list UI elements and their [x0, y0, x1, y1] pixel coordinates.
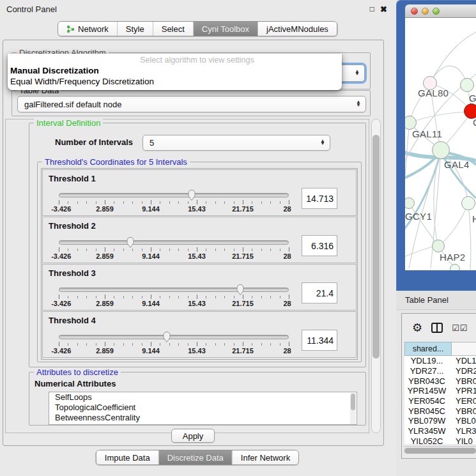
- axis-tick-label: 9.144: [142, 252, 160, 260]
- threshold-3-value-field[interactable]: 21.4: [302, 282, 337, 303]
- graph-node[interactable]: [432, 240, 445, 252]
- axis-tick-label: 21.715: [232, 252, 254, 260]
- threshold-4-slider[interactable]: [59, 335, 289, 339]
- table-row[interactable]: YER054CYER0: [404, 396, 476, 406]
- close-traffic-light[interactable]: [411, 8, 418, 15]
- tab-label: Style: [126, 24, 144, 34]
- minimize-traffic-light[interactable]: [422, 8, 429, 15]
- split-panel-icon[interactable]: [431, 323, 443, 333]
- slider-ticks: [59, 295, 289, 300]
- combo-value: galFiltered.sif default node: [24, 100, 121, 109]
- table-horizontal-scrollbar[interactable]: [403, 446, 476, 454]
- tab-label: Cyni Toolbox: [202, 24, 249, 34]
- algorithm-dropdown-popup: Select algorithm to view settings Manual…: [8, 54, 342, 90]
- axis-tick-label: 28: [283, 252, 291, 260]
- table-header-row: shared... na: [402, 342, 476, 356]
- tab-discretize-data[interactable]: Discretize Data: [159, 450, 233, 464]
- column-header-shared-name[interactable]: shared...: [404, 342, 452, 356]
- network-window-titlebar[interactable]: [405, 4, 476, 18]
- apply-button[interactable]: Apply: [171, 429, 215, 443]
- scrollbar-thumb[interactable]: [372, 135, 380, 358]
- num-intervals-label: Number of Intervals: [55, 137, 133, 147]
- list-item[interactable]: BetweennessCentrality: [49, 413, 357, 423]
- table-row[interactable]: YBL079WYBL0: [404, 416, 476, 426]
- graph-node[interactable]: [450, 264, 460, 270]
- slider-axis-labels: -3.4262.8599.14415.4321.71528: [59, 205, 289, 213]
- slider-ticks: [59, 200, 289, 205]
- threshold-stack: Threshold 1 -3.4262.8599.14415.4321.7152…: [41, 168, 358, 360]
- tab-select[interactable]: Select: [153, 22, 194, 36]
- network-window-frame: GAL80GACGAL11GAL4GCY1HHAP2: [396, 0, 476, 291]
- threshold-1-slider[interactable]: [59, 193, 289, 197]
- checkbox-icons[interactable]: ☑☑: [452, 323, 468, 333]
- threshold-2-value-field[interactable]: 6.316: [302, 235, 337, 256]
- axis-tick-label: 15.43: [188, 300, 206, 307]
- combo-stepper-icon: ▲▼: [356, 101, 361, 107]
- close-panel-icon[interactable]: ✖: [380, 5, 387, 13]
- axis-tick-label: -3.426: [51, 347, 71, 355]
- table-data-combobox[interactable]: galFiltered.sif default node ▲▼: [17, 96, 366, 112]
- list-item[interactable]: SelfLoops: [49, 392, 357, 403]
- numerical-attributes-label: Numerical Attributes: [35, 379, 116, 388]
- node-label: HAP2: [440, 252, 465, 263]
- axis-tick-label: 15.43: [188, 347, 206, 355]
- combo-stepper-icon: ▲▼: [355, 70, 360, 77]
- table-row[interactable]: YDL19...YDL1: [404, 356, 476, 366]
- tab-style[interactable]: Style: [118, 22, 153, 36]
- axis-tick-label: 15.43: [188, 252, 206, 260]
- table-row[interactable]: YDR27...YDR2: [404, 366, 476, 376]
- combo-stepper-icon: ▲▼: [320, 140, 325, 146]
- table-rows: YDL19...YDL1YDR27...YDR2YBR043CYBR0YPR14…: [404, 356, 476, 444]
- threshold-2-slider[interactable]: [59, 240, 289, 245]
- group-title: Attributes to discretize: [34, 367, 121, 377]
- gear-icon[interactable]: ⚙: [412, 322, 422, 334]
- axis-tick-label: 28: [283, 205, 291, 213]
- table-row[interactable]: YBR045CYBR0: [404, 406, 476, 416]
- dropdown-item-equal-width[interactable]: Equal Width/Frequency Discretization: [8, 76, 342, 87]
- panel-title: Control Panel: [6, 4, 57, 14]
- axis-tick-label: 28: [283, 347, 291, 355]
- table-row[interactable]: YIL052CYIL0: [404, 436, 476, 445]
- scrollbar-thumb[interactable]: [404, 448, 476, 454]
- top-tab-bar: Network Style Select Cyni Toolbox jActiv…: [58, 21, 337, 36]
- float-window-icon[interactable]: □: [370, 5, 374, 13]
- slider-axis-labels: -3.4262.8599.14415.4321.71528: [59, 252, 289, 260]
- slider-axis-labels: -3.4262.8599.14415.4321.71528: [59, 300, 289, 307]
- threshold-1-value-field[interactable]: 14.713: [302, 188, 337, 209]
- table-row[interactable]: YPR145WYPR1: [404, 386, 476, 396]
- tab-impute-data[interactable]: Impute Data: [96, 450, 159, 464]
- node-label: H: [472, 213, 476, 224]
- panel-vertical-scrollbar[interactable]: [371, 119, 381, 433]
- control-panel-titlebar: Control Panel □ ✖: [0, 0, 395, 18]
- threshold-label: Threshold 4: [49, 316, 96, 325]
- column-header-name[interactable]: na: [452, 342, 476, 356]
- threshold-3-slider[interactable]: [59, 288, 289, 292]
- network-canvas[interactable]: GAL80GACGAL11GAL4GCY1HHAP2: [405, 18, 476, 270]
- tab-cyni-toolbox[interactable]: Cyni Toolbox: [194, 22, 258, 36]
- table-row[interactable]: YLR345WYLR3: [404, 426, 476, 436]
- threshold-label: Threshold 1: [49, 174, 96, 183]
- dropdown-item-manual-discretization[interactable]: Manual Discretization: [8, 65, 342, 76]
- graph-node[interactable]: [460, 78, 474, 92]
- tab-network[interactable]: Network: [58, 22, 118, 36]
- axis-tick-label: 21.715: [232, 300, 254, 307]
- num-intervals-combobox[interactable]: 5 ▲▼: [142, 135, 330, 151]
- axis-tick-label: 28: [283, 300, 291, 307]
- node-label: GCY1: [405, 211, 432, 222]
- table-data-group: Table Data galFiltered.sif default node …: [12, 90, 371, 116]
- table-row[interactable]: YBR043CYBR0: [404, 376, 476, 386]
- axis-tick-label: -3.426: [51, 252, 71, 260]
- list-scrollbar[interactable]: [350, 393, 356, 425]
- table-toolbar: ⚙ ☑☑: [402, 314, 476, 342]
- graph-node[interactable]: [432, 141, 450, 159]
- zoom-traffic-light[interactable]: [433, 8, 440, 15]
- table-panel-titlebar: Table Panel: [396, 291, 476, 310]
- table-panel-title: Table Panel: [405, 295, 449, 305]
- list-item[interactable]: TopologicalCoefficient: [49, 403, 357, 413]
- tab-infer-network[interactable]: Infer Network: [233, 450, 298, 464]
- attributes-list[interactable]: SelfLoops TopologicalCoefficient Between…: [49, 392, 357, 425]
- graph-node[interactable]: [461, 196, 475, 210]
- axis-tick-label: 21.715: [232, 205, 254, 213]
- threshold-4-value-field[interactable]: 11.344: [302, 330, 337, 351]
- tab-jactivemnodules[interactable]: jActiveMNodules: [258, 22, 337, 36]
